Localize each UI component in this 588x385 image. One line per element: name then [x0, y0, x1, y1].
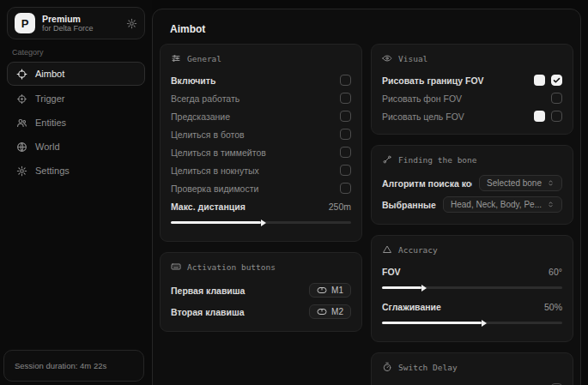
sidebar-item-world[interactable]: World — [7, 135, 145, 158]
sidebar-item-label: Settings — [35, 165, 70, 176]
section-title: Visual — [398, 54, 427, 63]
entities-icon — [16, 117, 27, 129]
checkbox-target-teammates[interactable] — [340, 147, 351, 158]
category-label: Category — [12, 48, 140, 57]
crosshair-icon — [16, 69, 27, 80]
brand-text: Premium for Delta Force — [42, 14, 119, 33]
toggle-row: Целиться в ботов — [171, 125, 351, 143]
slider-row: Макс. дистанция 250m — [171, 197, 351, 215]
visual-card: Visual Рисовать границу FOV Рисовать фон… — [371, 44, 573, 135]
section-title: General — [187, 54, 221, 63]
general-card: General Включить Всегда работать Предска… — [160, 44, 362, 242]
select-label: Выбранные кости — [382, 200, 436, 210]
toggle-label: Целиться в нокнутых — [171, 165, 333, 176]
slider-value: 50% — [544, 302, 562, 312]
slider-value: 250m — [329, 202, 351, 212]
bone-algorithm-select[interactable]: Selected bone — [479, 175, 562, 191]
keyboard-icon — [171, 262, 181, 272]
activation-card: Activation buttons Первая клавиша M1 Вто… — [160, 252, 362, 332]
bone-icon — [382, 154, 392, 165]
toggle-row: Целиться в тиммейтов — [171, 143, 351, 161]
toggle-row: Проверка видимости — [171, 179, 351, 197]
main-panel: Aimbot General Включить Всегда работать — [152, 9, 581, 385]
max-distance-slider[interactable] — [171, 221, 351, 224]
sidebar-nav: Aimbot Trigger Entities World Settings — [0, 62, 152, 182]
checkbox-draw-fov-background[interactable] — [551, 93, 562, 104]
gear-icon[interactable] — [126, 18, 137, 29]
checkbox-always-work[interactable] — [340, 93, 351, 104]
toggle-row: Задержка переключения — [382, 380, 562, 385]
keybind-label: Первая клавиша — [171, 286, 302, 296]
accuracy-card: Accuracy FOV 60° Сглаживание 50% — [371, 235, 573, 342]
section-title: Finding the bone — [398, 155, 477, 165]
checkbox-draw-fov-target[interactable] — [551, 111, 562, 122]
checkbox-draw-fov-border[interactable] — [551, 75, 562, 86]
sidebar-item-settings[interactable]: Settings — [7, 159, 145, 182]
select-row: Алгоритм поиска костей Selected bone — [382, 172, 562, 194]
brand-subtitle: for Delta Force — [42, 24, 119, 33]
fov-slider[interactable] — [382, 286, 562, 289]
unfold-icon — [547, 179, 555, 187]
slider-label: Макс. дистанция — [171, 202, 322, 212]
keybind-button-m1[interactable]: M1 — [309, 283, 351, 298]
slider-value: 60° — [549, 267, 562, 277]
visual-label: Рисовать границу FOV — [382, 75, 527, 86]
sidebar-item-label: World — [35, 141, 60, 152]
smoothing-slider[interactable] — [382, 322, 562, 324]
visual-label: Рисовать цель FOV — [382, 111, 527, 122]
sidebar: P Premium for Delta Force Category Aimbo… — [0, 0, 152, 385]
globe-icon — [16, 141, 27, 153]
selected-bones-select[interactable]: Head, Neck, Body, Pe... — [443, 196, 562, 213]
visual-label: Рисовать фон FOV — [382, 93, 544, 104]
keybind-label: Вторая клавиша — [171, 307, 302, 317]
trigger-icon — [16, 93, 27, 105]
timer-icon — [382, 362, 392, 372]
section-title: Activation buttons — [187, 262, 276, 272]
select-row: Выбранные кости Head, Neck, Body, Pe... — [382, 194, 562, 215]
toggle-label: Всегда работать — [171, 93, 333, 104]
gear-icon — [16, 165, 27, 177]
select-label: Алгоритм поиска костей — [382, 178, 472, 189]
toggle-label: Целиться в ботов — [171, 129, 333, 140]
sidebar-item-trigger[interactable]: Trigger — [7, 87, 145, 110]
visual-row: Рисовать границу FOV — [382, 71, 562, 89]
color-swatch[interactable] — [534, 111, 545, 122]
checkbox-target-bots[interactable] — [340, 129, 351, 140]
slider-label: FOV — [382, 267, 542, 277]
checkbox-prediction[interactable] — [340, 111, 351, 122]
sidebar-item-aimbot[interactable]: Aimbot — [7, 62, 145, 86]
sidebar-item-entities[interactable]: Entities — [7, 111, 145, 134]
brand-title: Premium — [42, 14, 119, 24]
toggle-label: Целиться в тиммейтов — [171, 147, 333, 158]
visual-row: Рисовать фон FOV — [382, 89, 562, 107]
sliders-icon — [171, 53, 181, 63]
triangle-icon — [382, 244, 392, 255]
keybind-row: Вторая клавиша M2 — [171, 301, 351, 322]
section-title: Accuracy — [398, 245, 438, 255]
toggle-row: Всегда работать — [171, 89, 351, 107]
toggle-label: Предсказание — [171, 111, 333, 122]
mouse-icon — [317, 308, 327, 316]
sidebar-item-label: Entities — [35, 117, 66, 128]
toggle-row: Предсказание — [171, 107, 351, 125]
unfold-icon — [547, 201, 555, 208]
checkbox-enable[interactable] — [340, 75, 351, 86]
keybind-row: Первая клавиша M1 — [171, 280, 351, 301]
checkbox-target-knocked[interactable] — [340, 165, 351, 176]
switch-delay-card: Switch Delay Задержка переключения Задер… — [371, 352, 573, 385]
slider-row: Сглаживание 50% — [382, 298, 562, 316]
visual-row: Рисовать цель FOV — [382, 107, 562, 125]
toggle-row: Включить — [171, 71, 351, 89]
eye-icon — [382, 53, 392, 63]
sidebar-item-label: Aimbot — [35, 69, 64, 79]
session-duration: Session duration: 4m 22s — [3, 350, 144, 382]
toggle-label: Проверка видимости — [171, 183, 333, 194]
toggle-label: Включить — [171, 75, 333, 86]
bone-card: Finding the bone Алгоритм поиска костей … — [371, 145, 573, 225]
color-swatch[interactable] — [534, 75, 545, 86]
brand-box: P Premium for Delta Force — [7, 7, 145, 39]
page-title: Aimbot — [153, 20, 580, 44]
mouse-icon — [317, 286, 327, 294]
keybind-button-m2[interactable]: M2 — [309, 304, 351, 319]
checkbox-visibility-check[interactable] — [340, 183, 351, 194]
